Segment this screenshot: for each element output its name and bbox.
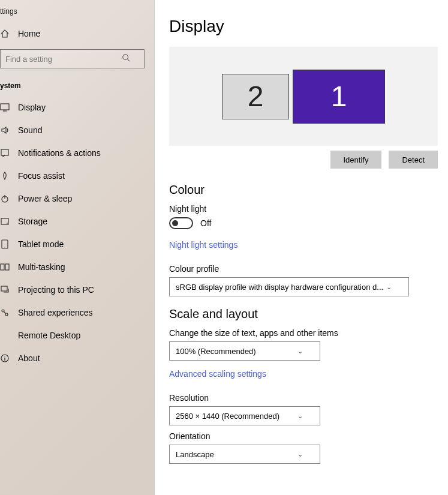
- sidebar-item-label: Tablet mode: [18, 239, 64, 249]
- sidebar-item-label: Display: [18, 103, 46, 112]
- svg-point-14: [2, 310, 4, 312]
- monitor-1[interactable]: 1: [293, 70, 385, 124]
- orientation-select[interactable]: Landscape ⌄: [169, 445, 320, 464]
- sidebar-item-focus[interactable]: Focus assist: [0, 164, 154, 187]
- page-title: Display: [169, 17, 448, 36]
- sidebar-item-label: Projecting to this PC: [18, 285, 94, 295]
- svg-rect-11: [1, 264, 4, 270]
- sidebar-item-tablet[interactable]: Tablet mode: [0, 233, 154, 256]
- power-icon: [0, 194, 10, 203]
- projecting-icon: [0, 285, 10, 295]
- sidebar-item-label: Focus assist: [18, 171, 65, 181]
- sound-icon: [0, 125, 10, 135]
- svg-point-15: [5, 313, 8, 316]
- resolution-select[interactable]: 2560 × 1440 (Recommended) ⌄: [169, 406, 320, 425]
- scale-heading: Scale and layout: [169, 307, 448, 321]
- display-arrangement[interactable]: 2 1: [169, 47, 438, 146]
- sidebar-item-about[interactable]: About: [0, 347, 154, 370]
- sidebar: ttings Home ystem DisplaySoundNotificati…: [0, 0, 155, 495]
- storage-icon: [0, 217, 10, 226]
- sidebar-item-power[interactable]: Power & sleep: [0, 187, 154, 210]
- multitask-icon: [0, 262, 10, 272]
- chevron-down-icon: ⌄: [386, 283, 392, 291]
- svg-rect-12: [5, 264, 9, 270]
- notifications-icon: [0, 148, 10, 158]
- svg-point-8: [7, 223, 8, 224]
- sidebar-item-projecting[interactable]: Projecting to this PC: [0, 278, 154, 301]
- sidebar-item-multitask[interactable]: Multi-tasking: [0, 256, 154, 278]
- svg-point-19: [4, 356, 5, 357]
- svg-rect-2: [1, 104, 9, 110]
- svg-rect-13: [1, 286, 7, 291]
- toggle-knob-icon: [172, 220, 178, 226]
- chevron-down-icon: ⌄: [297, 451, 303, 458]
- colour-profile-value: sRGB display profile with display hardwa…: [176, 283, 383, 292]
- home-icon: [0, 29, 10, 38]
- svg-rect-4: [1, 149, 8, 155]
- about-icon: [0, 353, 10, 363]
- sidebar-item-label: Sound: [18, 125, 42, 135]
- text-size-label: Change the size of text, apps and other …: [169, 328, 448, 338]
- display-icon: [0, 103, 10, 112]
- sidebar-item-remote[interactable]: Remote Desktop: [0, 324, 154, 347]
- sidebar-item-label: Multi-tasking: [18, 262, 65, 272]
- text-size-value: 100% (Recommended): [176, 347, 256, 356]
- search-wrap: [0, 49, 154, 78]
- sidebar-item-shared[interactable]: Shared experiences: [0, 301, 154, 324]
- svg-point-10: [4, 247, 5, 247]
- advanced-scaling-link[interactable]: Advanced scaling settings: [169, 369, 266, 379]
- sidebar-item-label: Remote Desktop: [18, 331, 80, 340]
- sidebar-item-label: Power & sleep: [18, 194, 72, 203]
- orientation-label: Orientation: [169, 431, 448, 441]
- resolution-value: 2560 × 1440 (Recommended): [176, 412, 279, 421]
- sidebar-section-header: ystem: [0, 78, 154, 96]
- sidebar-item-storage[interactable]: Storage: [0, 210, 154, 233]
- tablet-icon: [0, 239, 10, 249]
- chevron-down-icon: ⌄: [297, 412, 303, 420]
- night-light-label: Night light: [169, 204, 448, 214]
- app-title: ttings: [0, 5, 154, 23]
- nav-home[interactable]: Home: [0, 23, 154, 49]
- sidebar-item-notifications[interactable]: Notifications & actions: [0, 142, 154, 164]
- sidebar-item-sound[interactable]: Sound: [0, 119, 154, 142]
- resolution-label: Resolution: [169, 393, 448, 403]
- orientation-value: Landscape: [176, 450, 214, 459]
- night-light-toggle[interactable]: [169, 217, 193, 229]
- focus-icon: [0, 171, 10, 181]
- shared-icon: [0, 308, 10, 317]
- search-input[interactable]: [0, 49, 145, 68]
- sidebar-item-label: Shared experiences: [18, 308, 93, 317]
- chevron-down-icon: ⌄: [297, 347, 303, 355]
- svg-line-16: [4, 312, 6, 314]
- sidebar-item-label: Storage: [18, 217, 47, 226]
- colour-profile-label: Colour profile: [169, 264, 448, 274]
- main-content: Display 2 1 Identify Detect Colour Night…: [155, 0, 448, 495]
- night-light-settings-link[interactable]: Night light settings: [169, 240, 237, 250]
- identify-button[interactable]: Identify: [330, 151, 382, 169]
- sidebar-item-label: Notifications & actions: [18, 148, 101, 158]
- nav-home-label: Home: [18, 29, 40, 38]
- monitor-2[interactable]: 2: [222, 74, 289, 119]
- colour-heading: Colour: [169, 183, 448, 197]
- sidebar-item-label: About: [18, 353, 40, 363]
- text-size-select[interactable]: 100% (Recommended) ⌄: [169, 341, 320, 361]
- colour-profile-select[interactable]: sRGB display profile with display hardwa…: [169, 277, 409, 296]
- sidebar-item-display[interactable]: Display: [0, 96, 154, 119]
- detect-button[interactable]: Detect: [389, 151, 438, 169]
- night-light-state: Off: [200, 218, 211, 228]
